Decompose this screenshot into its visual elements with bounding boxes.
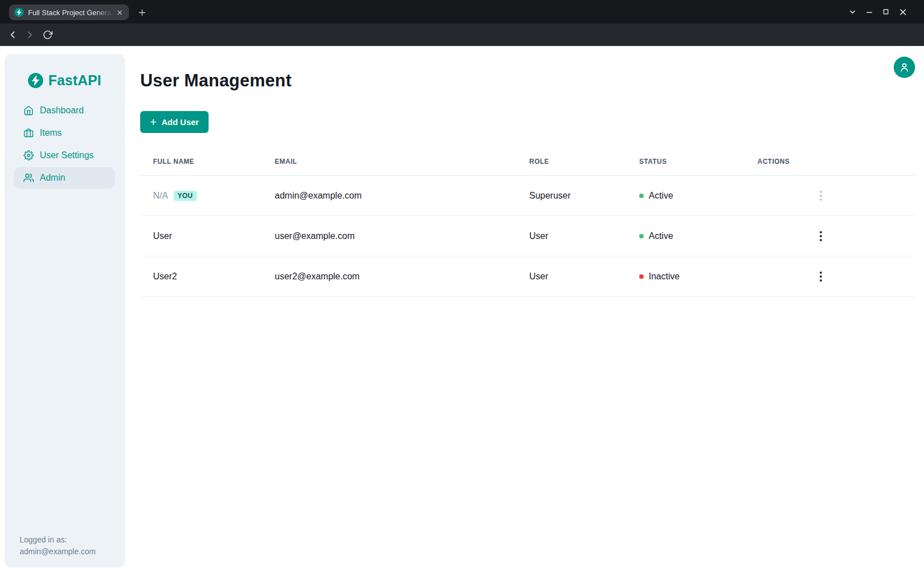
row-actions-kebab-icon[interactable] — [816, 267, 825, 286]
cell-actions — [745, 216, 915, 256]
status-text: Active — [649, 191, 673, 201]
sidebar-item-user-settings[interactable]: User Settings — [4, 144, 125, 167]
status-text: Active — [649, 231, 673, 241]
cell-full-name: N/A YOU — [140, 176, 262, 215]
users-table: FULL NAME EMAIL ROLE STATUS ACTIONS N/A … — [140, 148, 915, 297]
new-tab-button[interactable] — [135, 5, 149, 20]
user-icon — [899, 62, 910, 73]
table-row: N/A YOU admin@example.com Superuser Acti… — [140, 176, 915, 216]
add-user-button[interactable]: Add User — [140, 111, 209, 133]
table-row: User2 user2@example.com User Inactive — [140, 256, 915, 297]
sidebar-nav: Dashboard Items User Settings — [4, 99, 125, 189]
cell-full-name: User — [140, 216, 262, 256]
brand-name: FastAPI — [48, 72, 101, 89]
forward-icon[interactable] — [22, 27, 38, 43]
email-text: admin@example.com — [275, 191, 362, 201]
users-icon — [24, 173, 34, 183]
gear-icon — [24, 150, 34, 160]
browser-tab[interactable]: Full Stack Project Genera — [9, 4, 129, 20]
home-icon — [24, 105, 34, 116]
column-header-full-name: FULL NAME — [140, 148, 262, 175]
back-icon[interactable] — [5, 27, 21, 43]
table-header-row: FULL NAME EMAIL ROLE STATUS ACTIONS — [140, 148, 915, 176]
status-dot — [639, 194, 644, 198]
table-body: N/A YOU admin@example.com Superuser Acti… — [140, 176, 915, 297]
full-name-text: User — [153, 231, 172, 241]
logged-in-footer: Logged in as: admin@example.com — [20, 534, 96, 558]
email-text: user2@example.com — [275, 272, 359, 282]
user-menu-avatar-button[interactable] — [894, 57, 915, 78]
column-header-actions: ACTIONS — [745, 148, 915, 175]
tab-close-icon[interactable] — [114, 7, 124, 17]
status-dot — [639, 234, 644, 238]
browser-toolbar: localhost/admin 1 — [0, 24, 924, 46]
role-text: User — [529, 231, 548, 241]
cell-role: User — [516, 256, 626, 296]
plus-icon — [150, 118, 157, 126]
page-title: User Management — [140, 71, 292, 91]
column-header-role: ROLE — [516, 148, 626, 175]
cell-actions — [745, 176, 915, 215]
column-header-status: STATUS — [626, 148, 745, 175]
minimize-icon[interactable] — [865, 7, 874, 16]
role-text: Superuser — [529, 191, 571, 201]
browser-window: Full Stack Project Genera — [0, 0, 924, 575]
cell-role: User — [516, 216, 626, 256]
fastapi-logo-icon — [28, 73, 43, 88]
tab-title: Full Stack Project Genera — [28, 8, 114, 17]
close-window-icon[interactable] — [898, 7, 907, 16]
cell-full-name: User2 — [140, 256, 262, 296]
brand: FastAPI — [4, 72, 125, 89]
cell-email: user2@example.com — [262, 256, 516, 296]
you-badge: YOU — [174, 191, 197, 201]
fastapi-favicon-icon — [15, 8, 24, 17]
logged-in-label: Logged in as: — [20, 534, 96, 546]
status-dot — [639, 274, 644, 279]
full-name-text: N/A — [153, 191, 168, 201]
briefcase-icon — [24, 128, 34, 138]
status-text: Inactive — [649, 272, 680, 282]
cell-role: Superuser — [516, 176, 626, 215]
row-actions-kebab-icon[interactable] — [816, 227, 825, 245]
app-page: FastAPI Dashboard Items — [0, 46, 924, 575]
sidebar-item-admin[interactable]: Admin — [4, 167, 125, 189]
full-name-text: User2 — [153, 272, 177, 282]
reload-icon[interactable] — [40, 27, 56, 43]
cell-status: Active — [626, 176, 745, 215]
sidebar: FastAPI Dashboard Items — [4, 54, 125, 568]
window-controls — [848, 0, 924, 24]
role-text: User — [529, 272, 548, 282]
cell-email: admin@example.com — [262, 176, 516, 215]
sidebar-item-items[interactable]: Items — [4, 122, 125, 144]
cell-actions — [745, 256, 915, 296]
cell-status: Inactive — [626, 256, 745, 296]
row-actions-kebab-icon[interactable] — [816, 186, 825, 205]
maximize-icon[interactable] — [881, 7, 890, 16]
tab-bar: Full Stack Project Genera — [0, 0, 924, 24]
cell-status: Active — [626, 216, 745, 256]
cell-email: user@example.com — [262, 216, 516, 256]
email-text: user@example.com — [275, 231, 355, 241]
sidebar-item-dashboard[interactable]: Dashboard — [4, 99, 125, 122]
logged-in-email: admin@example.com — [20, 546, 96, 558]
tab-search-chevron-icon[interactable] — [848, 7, 857, 16]
column-header-email: EMAIL — [262, 148, 516, 175]
table-row: User user@example.com User Active — [140, 216, 915, 256]
